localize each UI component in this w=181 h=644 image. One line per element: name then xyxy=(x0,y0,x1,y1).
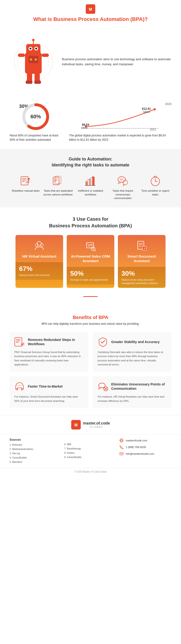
svg-rect-17 xyxy=(34,80,41,84)
guide-icons-row: Repetitive manual tasks Tasks that are d… xyxy=(10,174,172,200)
source-item: 4. CareerBuilder xyxy=(10,456,60,460)
divider-line xyxy=(83,296,98,297)
email-icon xyxy=(119,452,124,456)
svg-rect-15 xyxy=(34,73,40,82)
benefit-comm-header: Eliminates Unnecessary Points of Communi… xyxy=(98,381,167,392)
benefit-stability: Greater Stability and Accuracy Carlsberg… xyxy=(93,332,172,372)
document-icon xyxy=(136,240,148,252)
contact-phone: 1 (888) 706-0528 xyxy=(119,445,172,450)
robot-image xyxy=(10,28,57,95)
header: M What is Business Process Automation (B… xyxy=(0,0,181,26)
svg-point-20 xyxy=(34,58,37,61)
svg-text:$9.54: $9.54 xyxy=(82,123,89,126)
svg-text:billion: billion xyxy=(143,110,150,113)
logo-top: M xyxy=(86,4,95,14)
card-crm-top: AI-Powered Sales CRM Assistant xyxy=(67,235,114,267)
hr-icon xyxy=(33,240,45,252)
sources-list: 1. Mckinsey 2. Marketsandmarkets 3. Hbr.… xyxy=(10,443,60,464)
use-cases-section: 3 Use Cases forBusiness Process Automati… xyxy=(0,207,181,308)
use-cases-cards: HR Virtual Assistant 67% Saving money an… xyxy=(10,235,172,288)
source-item: 1. Mckinsey xyxy=(10,443,60,447)
sources-title: Sources xyxy=(10,438,60,442)
crm-icon xyxy=(84,240,96,252)
sources-list-2: 6. IBM 7. Baselinemag 8. Hubion 9. Caree… xyxy=(64,442,114,460)
benefit-workflow-header: Removes Redundant Steps in Workflows xyxy=(14,337,83,347)
contact-website-text: masterofcode.com xyxy=(126,439,147,442)
benefits-section: Benefits of BPA BPA can help digitally t… xyxy=(0,308,181,415)
card-crm-bottom: 50% Increase in leads and appointments xyxy=(67,267,114,284)
svg-text:M: M xyxy=(74,423,78,427)
svg-rect-42 xyxy=(89,179,91,185)
card-hr-desc: Saving money and resources xyxy=(19,274,60,277)
footer-logo-icon: M xyxy=(71,420,81,430)
page-title: What is Business Process Automation (BPA… xyxy=(5,16,176,22)
year-label: 2023 xyxy=(69,102,172,106)
sources-col-2: 6. IBM 7. Baselinemag 8. Hubion 9. Caree… xyxy=(64,438,114,464)
card-hr-title: HR Virtual Assistant xyxy=(19,254,60,259)
svg-text:M: M xyxy=(89,8,92,12)
intro-section: Business process automation aims to use … xyxy=(0,26,181,100)
benefits-title: Benefits of BPA xyxy=(10,315,172,320)
globe-icon xyxy=(119,438,124,443)
svg-point-55 xyxy=(37,242,42,246)
source-item: 7. Baselinemag xyxy=(64,447,114,451)
guide-label-repetitive: Repetitive manual tasks xyxy=(12,189,40,192)
card-hr-top: HR Virtual Assistant xyxy=(16,235,63,262)
svg-point-24 xyxy=(154,108,156,110)
donut-stat: 30% 60% About 60% of companies have at l… xyxy=(10,102,62,142)
benefit-communication: Eliminates Unnecessary Points of Communi… xyxy=(93,376,172,408)
svg-rect-12 xyxy=(18,54,25,57)
phone-icon xyxy=(119,445,124,450)
source-item: 9. CareerBuilder xyxy=(64,455,114,460)
sources-contact: Sources 1. Mckinsey 2. Marketsandmarkets… xyxy=(0,434,181,468)
benefit-ttm-header: Faster Time-to-Market xyxy=(14,381,83,392)
svg-point-11 xyxy=(32,39,34,41)
growth-stat: 2023 $9.54 billion $12.61 billion 2023 T… xyxy=(69,102,172,142)
time-icon xyxy=(148,174,162,187)
percent-60-label: 60% xyxy=(30,114,41,120)
growth-caption: The global digital process automation ma… xyxy=(69,133,172,142)
card-hr-percent: 67% xyxy=(19,265,60,272)
card-doc-title: Smart Document Assistant xyxy=(122,254,162,263)
benefit-workflow: Removes Redundant Steps in Workflows PNC… xyxy=(10,332,88,372)
card-hr: HR Virtual Assistant 67% Saving money an… xyxy=(16,235,63,288)
card-crm-desc: Increase in leads and appointments xyxy=(70,278,111,282)
card-hr-bottom: 67% Saving money and resources xyxy=(16,262,63,280)
rocket-icon xyxy=(14,381,25,392)
source-item: 3. Hbr.org xyxy=(10,452,60,456)
svg-rect-43 xyxy=(92,177,94,185)
comm-elim-icon xyxy=(98,381,108,392)
source-item: 6. IBM xyxy=(64,442,114,447)
svg-point-8 xyxy=(30,48,32,50)
stats-section: 30% 60% About 60% of companies have at l… xyxy=(0,100,181,149)
benefit-workflow-text: PNC Financial Services Group found that … xyxy=(14,350,83,367)
footer-logo-sub: GLOBAL xyxy=(83,426,110,428)
svg-point-45 xyxy=(118,177,126,182)
svg-line-61 xyxy=(94,250,96,251)
benefits-grid: Removes Redundant Steps in Workflows PNC… xyxy=(10,332,172,408)
guide-section: Guide to Automation:Identifying the righ… xyxy=(0,149,181,207)
card-doc-percent: 30% xyxy=(122,270,162,277)
contact-email: info@masterofcode.com xyxy=(119,452,172,456)
source-item: 5. Aberdeen xyxy=(10,460,60,464)
intro-text: Business process automation aims to use … xyxy=(62,57,172,67)
benefit-stability-header: Greater Stability and Accuracy xyxy=(98,337,167,347)
contact-col: masterofcode.com 1 (888) 706-0528 info@m… xyxy=(119,438,172,464)
source-item: 2. Marketsandmarkets xyxy=(10,447,60,452)
repetitive-icon xyxy=(19,174,32,187)
guide-item-duplicate: Tasks that are duplicated across various… xyxy=(44,174,73,196)
growth-chart-svg: $9.54 billion $12.61 billion 2023 xyxy=(69,107,172,130)
guide-label-duplicate: Tasks that are duplicated across various… xyxy=(44,189,73,196)
copyright: © 2020 Master of Code Global xyxy=(0,468,181,476)
guide-item-time: Time-sensitive or urgent tasks xyxy=(141,174,170,196)
donut-caption: About 60% of companies have at least 30%… xyxy=(10,133,62,142)
sources-col: Sources 1. Mckinsey 2. Marketsandmarkets… xyxy=(10,438,60,464)
communication-icon xyxy=(116,174,129,187)
inefficient-icon xyxy=(84,174,97,187)
card-crm-percent: 50% xyxy=(70,270,111,277)
stability-icon xyxy=(98,337,108,347)
benefit-comm-title: Eliminates Unnecessary Points of Communi… xyxy=(111,382,167,391)
svg-rect-35 xyxy=(26,181,28,183)
svg-rect-14 xyxy=(27,73,32,82)
guide-label-time: Time-sensitive or urgent tasks xyxy=(141,189,170,196)
